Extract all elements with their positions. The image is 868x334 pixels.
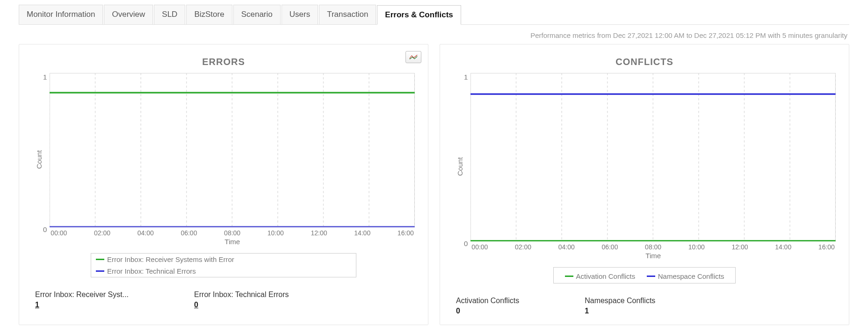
errors-xtick: 06:00 bbox=[181, 229, 197, 237]
errors-legend: Error Inbox: Receiver Systems with Error… bbox=[91, 253, 356, 277]
errors-xtick: 00:00 bbox=[51, 229, 67, 237]
conflicts-legend-label-a: Activation Conflicts bbox=[576, 272, 636, 280]
errors-yaxis: 1 0 bbox=[43, 73, 50, 246]
conflicts-xtick: 00:00 bbox=[471, 243, 488, 251]
conflicts-ylabel: Count bbox=[453, 157, 464, 176]
errors-legend-item-b[interactable]: Error Inbox: Technical Errors bbox=[91, 265, 356, 277]
legend-swatch-blue bbox=[96, 270, 104, 272]
errors-chart: Count 1 0 bbox=[32, 73, 415, 246]
conflicts-stat-a-value: 0 bbox=[456, 307, 519, 315]
errors-stat-b-label: Error Inbox: Technical Errors bbox=[194, 290, 289, 299]
legend-swatch-green bbox=[565, 276, 573, 277]
conflicts-xtick: 04:00 bbox=[558, 243, 575, 251]
errors-plot bbox=[50, 73, 415, 227]
errors-xlabel: Time bbox=[50, 238, 415, 246]
conflicts-xtick: 12:00 bbox=[731, 243, 748, 251]
errors-xaxis: 00:00 02:00 04:00 06:00 08:00 10:00 12:0… bbox=[50, 229, 415, 237]
errors-legend-label-b: Error Inbox: Technical Errors bbox=[107, 267, 196, 275]
legend-swatch-blue bbox=[647, 276, 655, 277]
tab-monitor-information[interactable]: Monitor Information bbox=[19, 5, 103, 24]
metrics-range-label: Performance metrics from Dec 27,2021 12:… bbox=[19, 25, 849, 44]
tab-bar: Monitor Information Overview SLD BizStor… bbox=[19, 0, 849, 25]
conflicts-xtick: 10:00 bbox=[688, 243, 705, 251]
errors-stat-a-value[interactable]: 1 bbox=[35, 301, 129, 309]
errors-panel: ERRORS Count 1 0 bbox=[19, 44, 428, 325]
conflicts-stat-b-label: Namespace Conflicts bbox=[585, 297, 655, 305]
conflicts-xtick: 16:00 bbox=[818, 243, 835, 251]
conflicts-stat-a: Activation Conflicts 0 bbox=[456, 297, 519, 315]
conflicts-xaxis: 00:00 02:00 04:00 06:00 08:00 10:00 12:0… bbox=[470, 243, 836, 251]
tab-bizstore[interactable]: BizStore bbox=[186, 5, 232, 24]
tab-overview[interactable]: Overview bbox=[104, 5, 153, 24]
conflicts-stat-b: Namespace Conflicts 1 bbox=[585, 297, 655, 315]
conflicts-plot bbox=[470, 73, 836, 241]
errors-xtick: 02:00 bbox=[94, 229, 110, 237]
errors-stat-b-value[interactable]: 0 bbox=[194, 301, 289, 309]
errors-stat-b: Error Inbox: Technical Errors 0 bbox=[194, 290, 289, 309]
conflicts-stat-b-value: 1 bbox=[585, 307, 655, 315]
errors-ylabel: Count bbox=[32, 150, 43, 169]
conflicts-xlabel: Time bbox=[470, 252, 836, 260]
errors-ytick-0: 0 bbox=[43, 225, 47, 233]
conflicts-ytick-1: 1 bbox=[464, 73, 468, 81]
errors-legend-label-a: Error Inbox: Receiver Systems with Error bbox=[107, 255, 234, 263]
errors-xtick: 10:00 bbox=[268, 229, 284, 237]
tab-transaction[interactable]: Transaction bbox=[319, 5, 376, 24]
errors-xtick: 04:00 bbox=[137, 229, 154, 237]
conflicts-ytick-0: 0 bbox=[464, 240, 468, 247]
conflicts-title: CONFLICTS bbox=[453, 57, 836, 67]
errors-xtick: 12:00 bbox=[311, 229, 327, 237]
conflicts-stats: Activation Conflicts 0 Namespace Conflic… bbox=[453, 297, 836, 315]
conflicts-xtick: 08:00 bbox=[645, 243, 661, 251]
conflicts-legend-label-b: Namespace Conflicts bbox=[658, 272, 724, 280]
conflicts-stat-a-label: Activation Conflicts bbox=[456, 297, 519, 305]
conflicts-xtick: 02:00 bbox=[515, 243, 531, 251]
conflicts-yaxis: 1 0 bbox=[464, 73, 470, 260]
chart-type-toggle[interactable] bbox=[405, 51, 421, 63]
conflicts-legend: Activation Conflicts Namespace Conflicts bbox=[553, 267, 736, 283]
conflicts-panel: CONFLICTS Count 1 0 bbox=[440, 44, 849, 325]
errors-xtick: 08:00 bbox=[224, 229, 240, 237]
errors-stat-a-label: Error Inbox: Receiver Syst... bbox=[35, 290, 129, 299]
conflicts-chart: Count 1 0 bbox=[453, 73, 836, 260]
errors-xtick: 16:00 bbox=[398, 229, 414, 237]
chart-line-icon bbox=[409, 54, 418, 60]
conflicts-xtick: 06:00 bbox=[601, 243, 618, 251]
errors-title: ERRORS bbox=[32, 57, 415, 67]
tab-scenario[interactable]: Scenario bbox=[233, 5, 281, 24]
errors-stats: Error Inbox: Receiver Syst... 1 Error In… bbox=[32, 290, 415, 309]
conflicts-xtick: 14:00 bbox=[775, 243, 791, 251]
errors-stat-a: Error Inbox: Receiver Syst... 1 bbox=[35, 290, 129, 309]
tab-sld[interactable]: SLD bbox=[154, 5, 185, 24]
conflicts-legend-item-b[interactable]: Namespace Conflicts bbox=[647, 272, 724, 280]
tab-errors-conflicts[interactable]: Errors & Conflicts bbox=[377, 5, 461, 25]
errors-legend-item-a[interactable]: Error Inbox: Receiver Systems with Error bbox=[91, 254, 356, 265]
errors-xtick: 14:00 bbox=[354, 229, 370, 237]
legend-swatch-green bbox=[96, 259, 104, 260]
conflicts-legend-item-a[interactable]: Activation Conflicts bbox=[565, 272, 636, 280]
errors-ytick-1: 1 bbox=[43, 73, 47, 81]
tab-users[interactable]: Users bbox=[282, 5, 318, 24]
